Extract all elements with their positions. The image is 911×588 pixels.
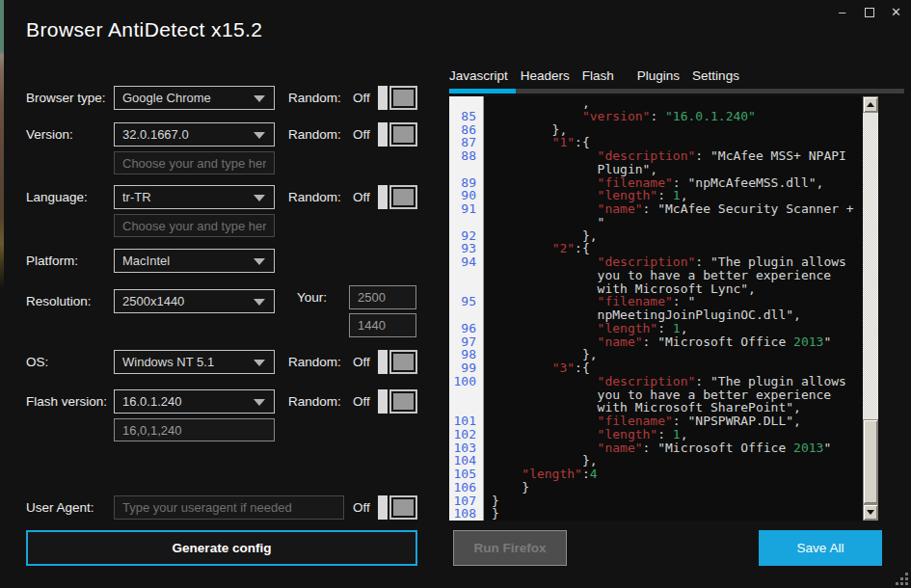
user-agent-toggle[interactable] — [378, 495, 417, 520]
browser-type-dropdown[interactable]: Google Chrome — [114, 86, 275, 110]
chevron-down-icon — [254, 299, 265, 306]
version-random-toggle[interactable] — [378, 122, 417, 147]
code-line: 104 }, — [449, 454, 863, 468]
os-random-toggle[interactable] — [378, 350, 417, 374]
code-line: npMeetingJoinPluginOC.dll", — [449, 308, 863, 322]
platform-dropdown[interactable]: MacIntel — [114, 249, 275, 273]
code-line: 94 "description": "The plugin allows — [449, 255, 863, 269]
line-number: 104 — [449, 454, 484, 468]
line-number: 100 — [449, 375, 484, 388]
scroll-up-button[interactable] — [863, 96, 878, 113]
os-random-label: Random: — [288, 350, 341, 374]
toggle-track — [389, 122, 417, 147]
line-number — [449, 308, 484, 322]
editor-scrollbar[interactable] — [863, 96, 878, 521]
line-number: 85 — [449, 110, 484, 123]
code-line: 93 "2":{ — [449, 242, 863, 255]
code-lines: ,85 "version": "16.0.1.240"86 },87 "1":{… — [449, 96, 863, 521]
tab-headers[interactable]: Headers — [521, 68, 570, 83]
minimize-icon[interactable]: – — [835, 5, 849, 20]
user-agent-input[interactable] — [114, 495, 344, 520]
version-custom-input[interactable] — [114, 151, 275, 174]
code-line: 106 } — [449, 481, 863, 494]
flash-version-dropdown[interactable]: 16.0.1.240 — [114, 389, 275, 414]
line-number — [449, 163, 484, 176]
language-random-state: Off — [353, 185, 370, 209]
resolution-height-input[interactable] — [349, 313, 416, 337]
language-dropdown[interactable]: tr-TR — [114, 185, 275, 209]
language-custom-input[interactable] — [114, 214, 275, 237]
code-line: with Microsoft Lync", — [449, 282, 863, 296]
line-number — [449, 269, 484, 282]
line-number: 86 — [449, 123, 484, 137]
flash-string-input[interactable] — [114, 418, 275, 441]
line-number: 101 — [449, 414, 484, 428]
save-all-button[interactable]: Save All — [759, 530, 882, 566]
line-number: 93 — [449, 242, 484, 255]
code-line: 96 "length": 1, — [449, 322, 863, 335]
line-number: 92 — [449, 229, 484, 243]
run-firefox-button[interactable]: Run Firefox — [453, 530, 567, 566]
code-line: with Microsoft SharePoint", — [449, 401, 863, 414]
tab-settings[interactable]: Settings — [692, 68, 739, 83]
code-line: " — [449, 216, 863, 229]
code-line: 91 "name": "McAfee Security Scanner + — [449, 202, 863, 216]
code-line: 99 "3":{ — [449, 361, 863, 375]
resize-grip-icon[interactable] — [905, 573, 908, 575]
resolution-width-input[interactable] — [349, 285, 416, 309]
code-line: 89 "filename": "npMcAfeeMSS.dll", — [449, 176, 863, 190]
your-resolution-label: Your: — [297, 285, 327, 309]
browser-type-value: Google Chrome — [122, 91, 211, 105]
code-line: 100 "description": "The plugin allows — [449, 375, 863, 388]
line-number — [449, 282, 484, 296]
close-icon[interactable]: ✕ — [889, 5, 903, 20]
chevron-down-icon — [254, 95, 265, 102]
version-random-state: Off — [353, 122, 370, 147]
code-line: 86 }, — [449, 123, 863, 137]
code-line: 105 "length":4 — [449, 468, 863, 481]
scroll-down-button[interactable] — [863, 504, 878, 521]
line-number — [449, 216, 484, 229]
toggle-handle — [378, 350, 388, 374]
line-number: 97 — [449, 335, 484, 349]
line-number: 94 — [449, 255, 484, 269]
code-line: 88 "description": "McAfee MSS+ NPAPI — [449, 149, 863, 163]
tab-plugins[interactable]: Plugins — [637, 68, 680, 83]
code-line: 103 "name": "Microsoft Office 2013" — [449, 441, 863, 455]
version-label: Version: — [26, 122, 73, 147]
line-number: 88 — [449, 149, 484, 163]
arrow-up-icon — [867, 102, 874, 107]
code-line: 95 "filename": " — [449, 295, 863, 308]
version-dropdown[interactable]: 32.0.1667.0 — [114, 122, 275, 147]
language-random-label: Random: — [288, 185, 341, 209]
language-random-toggle[interactable] — [378, 185, 417, 209]
tab-flash[interactable]: Flash — [582, 68, 614, 83]
toggle-handle — [378, 495, 388, 520]
platform-label: Platform: — [26, 249, 78, 273]
line-number: 98 — [449, 348, 484, 361]
maximize-icon[interactable] — [862, 5, 876, 20]
code-editor[interactable]: ,85 "version": "16.0.1.240"86 },87 "1":{… — [449, 96, 863, 521]
tab-javascript[interactable]: Javascript — [449, 68, 508, 83]
code-line: 101 "filename": "NPSPWRAP.DLL", — [449, 414, 863, 428]
toggle-track — [389, 185, 417, 209]
resolution-dropdown[interactable]: 2500x1440 — [114, 289, 275, 313]
browser-random-state: Off — [353, 86, 370, 110]
code-line: 98 }, — [449, 348, 863, 361]
scrollbar-thumb[interactable] — [863, 419, 878, 504]
line-number — [449, 401, 484, 414]
toggle-handle — [378, 86, 388, 110]
chevron-down-icon — [254, 195, 265, 201]
line-number: 96 — [449, 322, 484, 335]
browser-random-label: Random: — [288, 86, 341, 110]
generate-config-button[interactable]: Generate config — [26, 530, 417, 566]
app-window: Browser AntiDetect x15.2 – ✕ Browser typ… — [0, 0, 911, 588]
browser-random-toggle[interactable] — [378, 86, 417, 110]
flash-version-label: Flash version: — [26, 389, 107, 414]
code-line: 90 "length": 1, — [449, 189, 863, 202]
toggle-track — [389, 86, 417, 110]
flash-random-state: Off — [353, 389, 370, 414]
code-line: 102 "length": 1, — [449, 428, 863, 441]
os-dropdown[interactable]: Windows NT 5.1 — [114, 350, 275, 374]
flash-random-toggle[interactable] — [378, 389, 417, 414]
